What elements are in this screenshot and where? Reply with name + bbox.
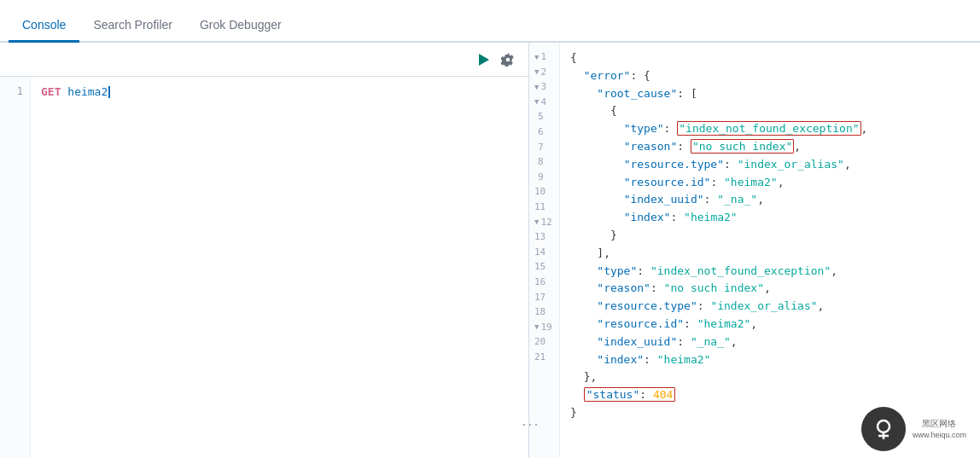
- out-ln-20: 20: [529, 334, 559, 350]
- out-ln-12: ▼12: [529, 215, 559, 230]
- out-line-16: "resource.id": "heima2",: [570, 316, 970, 333]
- out-ln-9: 9: [529, 170, 559, 185]
- out-ln-21: 21: [529, 350, 559, 365]
- out-ln-1: ▼1: [529, 49, 559, 65]
- settings-button[interactable]: [496, 49, 520, 70]
- run-button[interactable]: [470, 49, 496, 71]
- watermark-text: 黑区网络 www.heiqu.com: [913, 418, 966, 441]
- code-line-1: GET heima2: [41, 84, 518, 101]
- out-ln-18: 18: [529, 304, 559, 320]
- out-line-15: "resource.type": "index_or_alias",: [570, 298, 970, 316]
- app-container: Console Search Profiler Grok Debugger: [0, 0, 980, 458]
- out-ln-19: ▼19: [529, 320, 559, 335]
- out-ln-3: ▼3: [529, 79, 559, 95]
- out-line-7: "resource.type": "index_or_alias",: [570, 156, 970, 174]
- out-line-10: "index": "heima2": [570, 209, 970, 227]
- watermark: 黑区网络 www.heiqu.com: [861, 407, 966, 451]
- out-ln-11: 11: [529, 200, 559, 215]
- editor-code-area[interactable]: GET heima2: [31, 77, 528, 458]
- out-line-19: },: [570, 368, 970, 386]
- out-line-11: }: [570, 227, 970, 245]
- out-line-9: "index_uuid": "_na_",: [570, 191, 970, 209]
- out-ln-16: 16: [529, 275, 559, 290]
- output-body: ▼1 ▼2 ▼3 ▼4 5 6 7 8 9 10 11 ▼12 13 14 15…: [529, 43, 980, 458]
- editor-body: 1 GET heima2: [0, 77, 528, 458]
- out-line-3: "root_cause": [: [570, 85, 970, 103]
- out-line-4: {: [570, 102, 970, 120]
- tab-search-profiler[interactable]: Search Profiler: [79, 9, 186, 43]
- out-ln-13: 13: [529, 229, 559, 245]
- out-line-5: "type": "index_not_found_exception",: [570, 120, 970, 138]
- out-line-14: "reason": "no such index",: [570, 280, 970, 298]
- out-line-13: "type": "index_not_found_exception",: [570, 263, 970, 281]
- out-ln-4: ▼4: [529, 95, 559, 110]
- svg-marker-0: [479, 54, 489, 66]
- out-ln-14: 14: [529, 245, 559, 260]
- out-ln-5: 5: [529, 109, 559, 125]
- out-line-1: {: [570, 49, 970, 67]
- out-ln-2: ▼2: [529, 65, 559, 80]
- out-line-12: ],: [570, 245, 970, 263]
- tab-bar: Console Search Profiler Grok Debugger: [0, 0, 980, 43]
- editor-toolbar: [0, 43, 528, 77]
- out-line-6: "reason": "no such index",: [570, 138, 970, 156]
- editor-line-numbers: 1: [0, 77, 31, 458]
- tab-grok-debugger[interactable]: Grok Debugger: [186, 9, 295, 43]
- line-number-1: 1: [0, 84, 30, 100]
- out-line-2: "error": {: [570, 67, 970, 85]
- output-panel: ▼1 ▼2 ▼3 ▼4 5 6 7 8 9 10 11 ▼12 13 14 15…: [529, 43, 980, 458]
- out-line-18: "index": "heima2": [570, 351, 970, 369]
- output-line-numbers: ▼1 ▼2 ▼3 ▼4 5 6 7 8 9 10 11 ▼12 13 14 15…: [529, 43, 560, 458]
- output-code-area: { "error": { "root_cause": [ { "type": "…: [560, 43, 980, 458]
- out-line-20: "status": 404: [570, 386, 970, 404]
- editor-panel: 1 GET heima2: [0, 43, 529, 458]
- out-ln-8: 8: [529, 154, 559, 170]
- tab-console[interactable]: Console: [9, 9, 79, 43]
- watermark-logo-circle: [861, 407, 906, 451]
- out-line-8: "resource.id": "heima2",: [570, 174, 970, 192]
- out-ln-10: 10: [529, 184, 559, 200]
- out-ln-15: 15: [529, 259, 559, 275]
- out-ln-6: 6: [529, 125, 559, 140]
- out-line-17: "index_uuid": "_na_",: [570, 333, 970, 351]
- out-ln-7: 7: [529, 140, 559, 155]
- gutter-dots: ⋮: [522, 416, 540, 434]
- main-content: 1 GET heima2 ▼1 ▼2 ▼3 ▼4 5 6: [0, 43, 980, 458]
- out-ln-17: 17: [529, 290, 559, 305]
